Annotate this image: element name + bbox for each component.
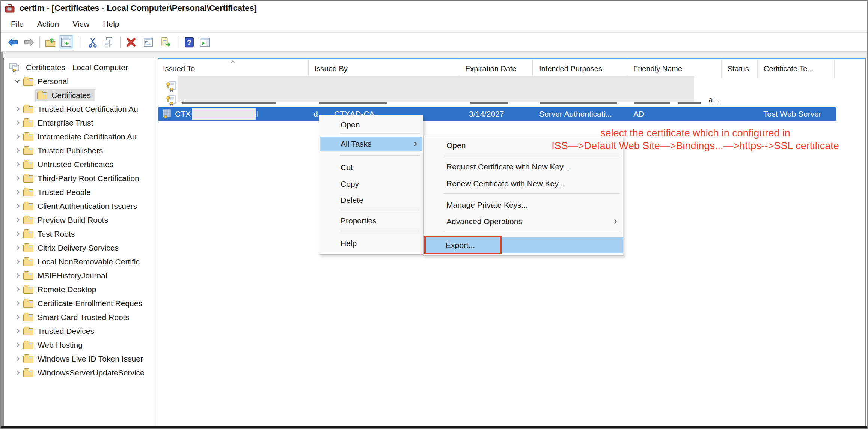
folder-icon — [23, 189, 33, 196]
folder-icon — [23, 328, 33, 335]
delete-icon[interactable] — [124, 35, 138, 50]
context-menu-item-all-tasks[interactable]: All Tasks — [320, 137, 422, 151]
cut-icon[interactable] — [86, 35, 100, 50]
tree-item-msiehistoryjournal[interactable]: MSIEHistoryJournal — [4, 268, 154, 282]
show-action-pane-icon[interactable] — [198, 35, 212, 50]
chevron-right-icon[interactable] — [11, 343, 23, 346]
back-icon[interactable] — [6, 35, 20, 50]
tree-item-certificates[interactable]: Certificates — [4, 88, 154, 102]
up-one-level-icon[interactable] — [43, 35, 57, 50]
folder-icon — [23, 370, 33, 377]
chevron-right-icon[interactable] — [11, 190, 23, 194]
tree-item-label: Certificate Enrollment Reques — [38, 299, 142, 308]
tree-item-intermediate-certification-authorities[interactable]: Intermediate Certification Au — [4, 130, 154, 144]
chevron-right-icon[interactable] — [11, 107, 23, 111]
tree-item-certificate-enrollment-requests[interactable]: Certificate Enrollment Reques — [4, 296, 154, 310]
window-frame-bottom — [1, 426, 867, 428]
menu-action[interactable]: Action — [30, 18, 66, 30]
column-label: Friendly Name — [633, 64, 682, 73]
forward-icon[interactable] — [22, 35, 36, 50]
chevron-right-icon[interactable] — [11, 315, 23, 319]
help-icon[interactable]: ? — [182, 35, 196, 50]
title-bar: certlm - [Certificates - Local Computer\… — [1, 1, 867, 16]
chevron-right-icon[interactable] — [11, 121, 23, 124]
chevron-right-icon[interactable] — [11, 149, 23, 152]
export-highlight-box — [424, 236, 502, 254]
chevron-right-icon[interactable] — [11, 260, 23, 263]
tree-item-trusted-root-certification-authorities[interactable]: Trusted Root Certification Au — [4, 102, 154, 116]
annotation-line-2: ISS—>Default Web Site—>Bindings...—>http… — [530, 140, 860, 152]
chevron-right-icon[interactable] — [11, 357, 23, 360]
chevron-right-icon[interactable] — [11, 135, 23, 138]
tree-item-label: Untrusted Certificates — [38, 160, 113, 169]
chevron-right-icon[interactable] — [11, 329, 23, 333]
chevron-right-icon[interactable] — [11, 232, 23, 236]
submenu-item-request-certificate-with-new-key[interactable]: Request Certificate with New Key... — [425, 160, 622, 174]
chevron-right-icon[interactable] — [11, 177, 23, 180]
tree-item-windows-live-id-token-issuer[interactable]: Windows Live ID Token Issuer — [4, 352, 154, 366]
toolbar-separator — [178, 37, 178, 48]
folder-icon — [23, 203, 33, 210]
tree-item-preview-build-roots[interactable]: Preview Build Roots — [4, 213, 154, 227]
context-menu-item-help[interactable]: Help — [320, 236, 422, 250]
submenu-item-renew-certificate-with-new-key[interactable]: Renew Certificate with New Key... — [425, 177, 622, 191]
tree-item-label: Trusted Root Certification Au — [38, 105, 138, 114]
folder-icon — [23, 314, 33, 321]
console-tree-panel: Certificates - Local Computer Personal C… — [3, 58, 154, 428]
tree-item-client-authentication-issuers[interactable]: Client Authentication Issuers — [4, 199, 154, 213]
tree-item-trusted-people[interactable]: Trusted People — [4, 185, 154, 199]
svg-text:?: ? — [187, 39, 191, 46]
tree-item-trusted-devices[interactable]: Trusted Devices — [4, 324, 154, 338]
context-menu-item-properties[interactable]: Properties — [320, 214, 422, 228]
menu-file[interactable]: File — [4, 18, 30, 30]
chevron-right-icon[interactable] — [11, 288, 23, 291]
column-header-certificate-template[interactable]: Certificate Te... — [758, 59, 835, 78]
chevron-right-icon[interactable] — [11, 204, 23, 208]
tree-item-web-hosting[interactable]: Web Hosting — [4, 338, 154, 352]
menu-view[interactable]: View — [66, 18, 96, 30]
submenu-item-advanced-operations[interactable]: Advanced Operations — [425, 214, 622, 229]
tree-item-citrix-delivery-services[interactable]: Citrix Delivery Services — [4, 241, 154, 255]
tree-item-test-roots[interactable]: Test Roots — [4, 227, 154, 241]
tree-item-personal[interactable]: Personal — [4, 74, 154, 88]
menu-item-label: All Tasks — [341, 140, 371, 148]
tree-selection: Certificates — [35, 89, 95, 101]
tree-item-trusted-publishers[interactable]: Trusted Publishers — [4, 144, 154, 158]
tree-item-smart-card-trusted-roots[interactable]: Smart Card Trusted Roots — [4, 310, 154, 324]
tree-item-enterprise-trust[interactable]: Enterprise Trust — [4, 116, 154, 130]
tree-item-root[interactable]: Certificates - Local Computer — [4, 60, 154, 74]
redaction-overlay — [192, 108, 256, 120]
context-menu-item-cut[interactable]: Cut — [320, 160, 422, 175]
submenu-item-manage-private-keys[interactable]: Manage Private Keys... — [425, 198, 622, 212]
chevron-right-icon[interactable] — [11, 274, 23, 277]
context-menu-item-delete[interactable]: Delete — [320, 193, 422, 207]
tree-item-windowsserverupdateservices[interactable]: WindowsServerUpdateService — [4, 366, 154, 380]
tree-item-third-party-root-certification[interactable]: Third-Party Root Certification — [4, 171, 154, 185]
folder-icon — [23, 300, 33, 308]
friendly-name-value: AD — [633, 110, 644, 118]
tree-item-remote-desktop[interactable]: Remote Desktop — [4, 282, 154, 296]
chevron-right-icon[interactable] — [11, 163, 23, 166]
folder-icon — [23, 148, 33, 155]
show-console-tree-icon[interactable] — [59, 35, 73, 50]
context-menu-item-copy[interactable]: Copy — [320, 177, 422, 191]
chevron-right-icon[interactable] — [11, 302, 23, 305]
copy-icon[interactable] — [101, 35, 115, 50]
chevron-right-icon[interactable] — [11, 218, 23, 222]
folder-icon — [23, 78, 33, 86]
redacted-text-fragment — [182, 102, 276, 104]
chevron-down-icon[interactable] — [11, 80, 23, 82]
submenu-arrow-icon — [413, 142, 417, 146]
menu-help[interactable]: Help — [96, 18, 126, 30]
tree-item-untrusted-certificates[interactable]: Untrusted Certificates — [4, 158, 154, 171]
tree-item-local-nonremovable-certificates[interactable]: Local NonRemovable Certific — [4, 255, 154, 268]
table-row-selected[interactable]: CTX l d CTXAD-CA 3/14/2027 Server Authen… — [158, 107, 836, 121]
export-list-icon[interactable] — [158, 35, 173, 50]
chevron-right-icon[interactable] — [11, 246, 23, 249]
column-label: Expiration Date — [465, 64, 517, 73]
context-menu-item-open[interactable]: Open — [320, 118, 422, 132]
chevron-right-icon[interactable] — [11, 371, 23, 374]
folder-icon — [23, 162, 33, 169]
properties-icon[interactable] — [141, 35, 155, 50]
column-header-status[interactable]: Status — [722, 59, 758, 78]
